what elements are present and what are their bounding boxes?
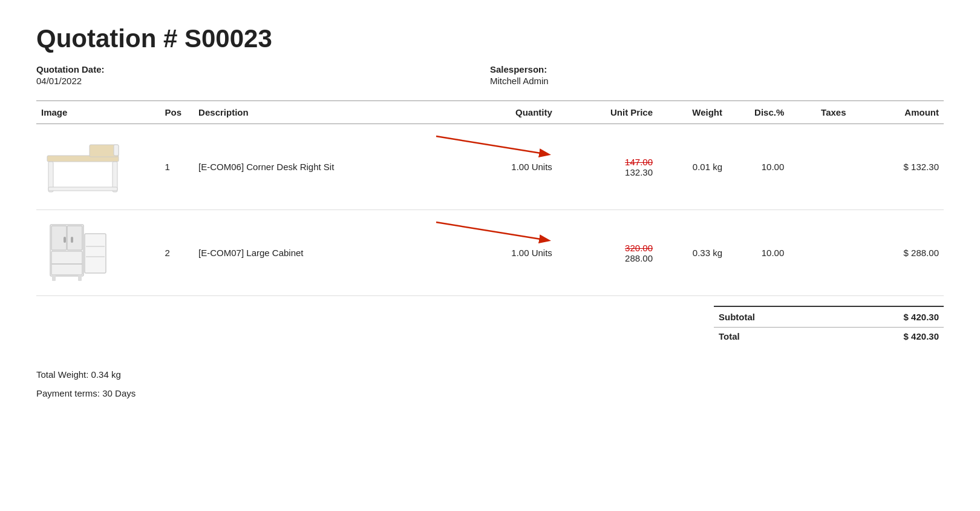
product-image-cell-1 [36,124,160,210]
quotation-date-value: 04/01/2022 [36,76,490,86]
svg-rect-18 [52,275,56,281]
desk-image-icon [41,133,126,199]
meta-right: Salesperson: Mitchell Admin [490,64,944,86]
svg-rect-11 [51,251,82,275]
svg-rect-14 [71,237,73,243]
subtotal-row: Subtotal $ 420.30 [714,306,944,328]
payment-terms: Payment terms: 30 Days [36,388,944,398]
meta-section: Quotation Date: 04/01/2022 Salesperson: … [36,64,944,86]
row-1-quantity: 1.00 Units [457,124,557,210]
row-2-pos: 2 [160,210,194,296]
row-1-taxes [789,124,851,210]
table-row: 1 [E-COM06] Corner Desk Right Sit 1.00 U… [36,124,944,210]
row-1-weight: 0.01 kg [658,124,727,210]
row-1-price-original: 147.00 [562,157,653,167]
salesperson-value: Mitchell Admin [490,76,944,86]
svg-rect-17 [86,256,105,257]
col-header-unit-price: Unit Price [557,101,658,124]
footer-section: Total Weight: 0.34 kg Payment terms: 30 … [36,369,944,398]
row-1-price-discounted: 132.30 [562,167,653,177]
total-weight-label: Total Weight: [36,369,88,380]
col-header-amount: Amount [851,101,944,124]
svg-rect-13 [64,237,66,243]
product-image-cell-2 [36,210,160,296]
svg-rect-12 [51,263,82,265]
row-2-weight: 0.33 kg [658,210,727,296]
page-title: Quotation # S00023 [36,24,944,53]
cabinet-image-icon [41,219,114,285]
row-2-price-original: 320.00 [562,243,653,253]
row-1-amount: $ 132.30 [851,124,944,210]
quotation-date-label: Quotation Date: [36,64,490,74]
row-2-amount: $ 288.00 [851,210,944,296]
total-value: $ 420.30 [830,328,944,346]
total-weight-value: 0.34 kg [91,369,121,380]
row-1-description: [E-COM06] Corner Desk Right Sit [194,124,457,210]
subtotal-value: $ 420.30 [830,306,944,328]
row-2-price-discounted: 288.00 [562,253,653,263]
subtotal-label: Subtotal [714,306,830,328]
svg-rect-19 [78,275,82,281]
total-row: Total $ 420.30 [714,328,944,346]
quote-table: Image Pos Description Quantity Unit Pric… [36,101,944,296]
row-2-taxes [789,210,851,296]
svg-rect-16 [86,246,105,247]
table-row: 2 [E-COM07] Large Cabinet 1.00 Units 320… [36,210,944,296]
svg-rect-5 [114,145,119,156]
row-2-description: [E-COM07] Large Cabinet [194,210,457,296]
summary-table: Subtotal $ 420.30 Total $ 420.30 [714,306,944,345]
row-2-quantity: 1.00 Units [457,210,557,296]
summary-section: Subtotal $ 420.30 Total $ 420.30 [36,306,944,345]
total-label: Total [714,328,830,346]
svg-rect-3 [48,187,117,191]
row-2-unit-price: 320.00 288.00 [557,210,658,296]
row-1-pos: 1 [160,124,194,210]
col-header-disc: Disc.% [727,101,789,124]
svg-rect-15 [85,234,106,273]
row-1-disc: 10.00 [727,124,789,210]
row-2-disc: 10.00 [727,210,789,296]
payment-terms-value: 30 Days [102,388,136,398]
col-header-taxes: Taxes [789,101,851,124]
col-header-quantity: Quantity [457,101,557,124]
meta-left: Quotation Date: 04/01/2022 [36,64,490,86]
salesperson-label: Salesperson: [490,64,944,74]
svg-rect-10 [67,226,82,250]
col-header-weight: Weight [658,101,727,124]
payment-terms-label: Payment terms: [36,388,100,398]
col-header-description: Description [194,101,457,124]
col-header-pos: Pos [160,101,194,124]
col-header-image: Image [36,101,160,124]
total-weight: Total Weight: 0.34 kg [36,369,944,380]
row-1-unit-price: 147.00 132.30 [557,124,658,210]
